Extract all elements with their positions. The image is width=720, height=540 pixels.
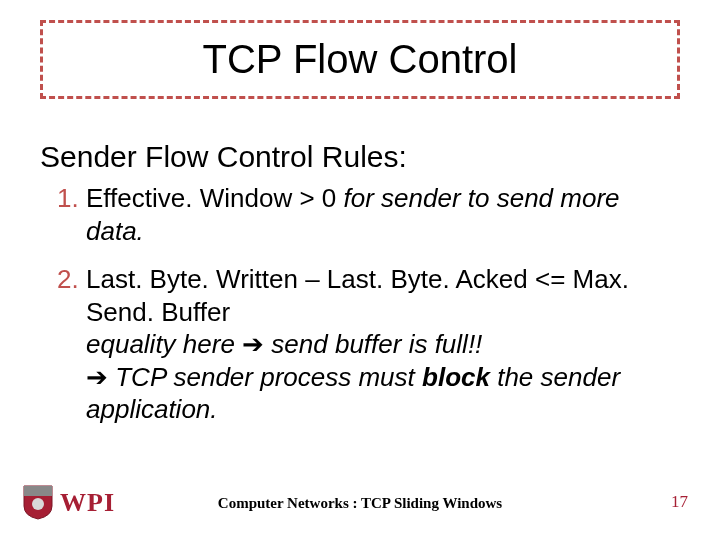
rule-1-cond: Effective. Window > 0 — [86, 183, 336, 213]
rule-2-line2b: send buffer is full!! — [264, 329, 482, 359]
arrow-icon: ➔ — [86, 362, 108, 392]
slide: TCP Flow Control Sender Flow Control Rul… — [0, 0, 720, 540]
rule-2-line1: Last. Byte. Written – Last. Byte. Acked … — [86, 264, 629, 327]
rule-2-line2a: equality here — [86, 329, 242, 359]
rule-2-line3a: TCP sender process must — [108, 362, 422, 392]
rules-list: Effective. Window > 0 for sender to send… — [40, 182, 680, 426]
subtitle: Sender Flow Control Rules: — [40, 140, 680, 174]
content-area: Sender Flow Control Rules: Effective. Wi… — [40, 140, 680, 442]
footer: WPI Computer Networks : TCP Sliding Wind… — [0, 482, 720, 522]
title-box: TCP Flow Control — [40, 20, 680, 99]
arrow-icon: ➔ — [242, 329, 264, 359]
rule-item-2: Last. Byte. Written – Last. Byte. Acked … — [86, 263, 680, 426]
slide-title: TCP Flow Control — [63, 37, 657, 82]
rule-item-1: Effective. Window > 0 for sender to send… — [86, 182, 680, 247]
rule-2-body: Last. Byte. Written – Last. Byte. Acked … — [86, 264, 629, 424]
footer-title: Computer Networks : TCP Sliding Windows — [0, 495, 720, 512]
rule-2-block: block — [422, 362, 490, 392]
rule-1-body: Effective. Window > 0 for sender to send… — [86, 183, 620, 246]
page-number: 17 — [671, 492, 688, 512]
